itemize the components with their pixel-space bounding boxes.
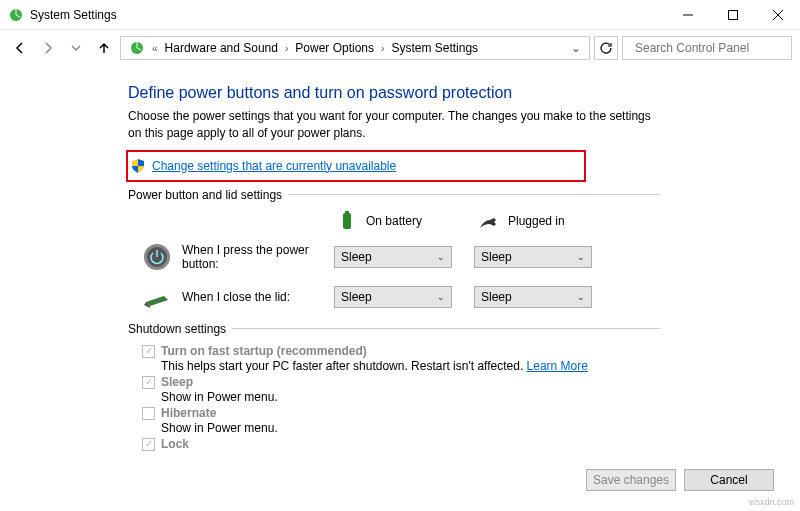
search-input[interactable] xyxy=(635,41,785,55)
group-rule xyxy=(232,328,660,329)
chevron-down-icon: ⌄ xyxy=(437,252,445,262)
row-label: When I close the lid: xyxy=(182,290,334,304)
footer: Save changes Cancel xyxy=(586,469,774,491)
power-button-lid-group: Power button and lid settings On battery… xyxy=(128,188,660,312)
power-button-plugged-dropdown[interactable]: Sleep⌄ xyxy=(474,246,592,268)
learn-more-link[interactable]: Learn More xyxy=(527,359,588,373)
breadcrumb-item[interactable]: Hardware and Sound xyxy=(161,41,282,55)
checkbox[interactable] xyxy=(142,407,155,420)
checkbox[interactable] xyxy=(142,345,155,358)
breadcrumb[interactable]: « Hardware and Sound › Power Options › S… xyxy=(120,36,590,60)
row-label: When I press the power button: xyxy=(182,243,334,271)
col-plugged-in: Plugged in xyxy=(478,210,598,232)
shield-icon xyxy=(130,158,146,174)
power-button-battery-dropdown[interactable]: Sleep⌄ xyxy=(334,246,452,268)
app-icon xyxy=(8,7,24,23)
chevron-right-icon: › xyxy=(380,43,385,54)
checkbox[interactable] xyxy=(142,438,155,451)
titlebar: System Settings xyxy=(0,0,800,30)
minimize-button[interactable] xyxy=(665,0,710,30)
refresh-button[interactable] xyxy=(594,36,618,60)
window-title: System Settings xyxy=(30,8,117,22)
chevron-right-icon: › xyxy=(284,43,289,54)
svg-rect-8 xyxy=(343,213,351,229)
back-button[interactable] xyxy=(8,36,32,60)
checkbox[interactable] xyxy=(142,376,155,389)
group-title: Shutdown settings xyxy=(128,322,226,336)
group-title: Power button and lid settings xyxy=(128,188,282,202)
breadcrumb-item[interactable]: Power Options xyxy=(291,41,378,55)
control-panel-icon xyxy=(129,40,145,56)
up-button[interactable] xyxy=(92,36,116,60)
battery-icon xyxy=(336,210,358,232)
svg-rect-9 xyxy=(345,211,349,214)
breadcrumb-dropdown[interactable]: ⌄ xyxy=(567,41,585,55)
forward-button xyxy=(36,36,60,60)
navbar: « Hardware and Sound › Power Options › S… xyxy=(0,30,800,66)
chevron-down-icon: ⌄ xyxy=(577,292,585,302)
laptop-lid-icon xyxy=(142,282,172,312)
recent-dropdown[interactable] xyxy=(64,36,88,60)
shutdown-sleep: Sleep Show in Power menu. xyxy=(142,375,660,404)
group-rule xyxy=(288,194,660,195)
watermark: wsxdn.com xyxy=(749,497,794,507)
shutdown-fast-startup: Turn on fast startup (recommended) This … xyxy=(142,344,660,373)
close-lid-battery-dropdown[interactable]: Sleep⌄ xyxy=(334,286,452,308)
maximize-button[interactable] xyxy=(710,0,755,30)
plug-icon xyxy=(478,210,500,232)
save-button: Save changes xyxy=(586,469,676,491)
change-settings-callout: Change settings that are currently unava… xyxy=(126,150,586,182)
chevron-left-icon: « xyxy=(151,43,159,54)
close-lid-plugged-dropdown[interactable]: Sleep⌄ xyxy=(474,286,592,308)
change-settings-link[interactable]: Change settings that are currently unava… xyxy=(152,159,396,173)
row-close-lid: When I close the lid: Sleep⌄ Sleep⌄ xyxy=(128,282,660,312)
search-box[interactable] xyxy=(622,36,792,60)
page-heading: Define power buttons and turn on passwor… xyxy=(128,84,660,102)
shutdown-settings-group: Shutdown settings Turn on fast startup (… xyxy=(128,322,660,451)
row-power-button: When I press the power button: Sleep⌄ Sl… xyxy=(128,242,660,272)
close-button[interactable] xyxy=(755,0,800,30)
chevron-down-icon: ⌄ xyxy=(577,252,585,262)
shutdown-hibernate: Hibernate Show in Power menu. xyxy=(142,406,660,435)
chevron-down-icon: ⌄ xyxy=(437,292,445,302)
cancel-button[interactable]: Cancel xyxy=(684,469,774,491)
col-on-battery: On battery xyxy=(336,210,456,232)
content: Define power buttons and turn on passwor… xyxy=(0,66,660,451)
svg-rect-2 xyxy=(728,10,737,19)
page-intro: Choose the power settings that you want … xyxy=(128,108,660,142)
shutdown-lock: Lock xyxy=(142,437,660,451)
power-button-icon xyxy=(142,242,172,272)
breadcrumb-item[interactable]: System Settings xyxy=(387,41,482,55)
